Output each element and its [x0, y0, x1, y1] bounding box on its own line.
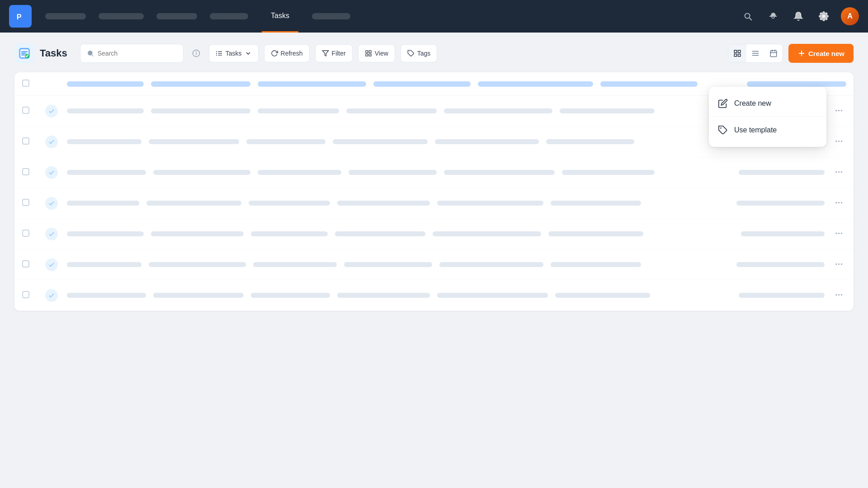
row-checkbox[interactable]: [22, 260, 36, 270]
svg-rect-20: [734, 50, 736, 52]
dropdown-create-new[interactable]: Create new: [709, 92, 826, 115]
create-new-button[interactable]: Create new: [788, 44, 854, 63]
col-header-skeleton: [747, 81, 846, 87]
view-toggle-grid[interactable]: [728, 44, 746, 62]
row-status-icon[interactable]: [43, 166, 60, 179]
checkbox-icon: [22, 79, 30, 87]
user-avatar[interactable]: A: [841, 7, 859, 25]
header-checkbox[interactable]: [22, 79, 36, 89]
nav-tab-tasks[interactable]: Tasks: [262, 0, 298, 33]
row-cell-skeleton: [153, 170, 250, 175]
row-status-icon[interactable]: [43, 289, 60, 302]
checkbox-icon: [22, 198, 30, 206]
row-cell-skeleton: [548, 231, 643, 236]
nav-link-skeleton[interactable]: [99, 13, 144, 19]
filter-button[interactable]: Filter: [315, 44, 353, 62]
calendar-icon: [769, 49, 778, 57]
row-more-button[interactable]: ···: [832, 227, 846, 241]
row-cell-skeleton: [67, 293, 146, 298]
row-more-button[interactable]: ···: [832, 135, 846, 149]
row-checkbox[interactable]: [22, 168, 36, 178]
row-checkbox[interactable]: [22, 229, 36, 239]
row-cell-skeleton: [444, 108, 552, 113]
row-cell-skeleton: [253, 262, 337, 267]
row-checkbox[interactable]: [22, 106, 36, 116]
row-cell-skeleton: [444, 170, 555, 175]
svg-rect-15: [366, 51, 368, 53]
row-checkbox[interactable]: [22, 291, 36, 300]
checkbox-icon: [22, 168, 30, 176]
row-cell-skeleton: [258, 108, 339, 113]
content-area: Tasks Tasks Refresh: [0, 33, 868, 488]
svg-rect-21: [738, 50, 740, 52]
toolbar: Tasks Tasks Refresh: [14, 43, 854, 63]
svg-rect-38: [23, 291, 29, 298]
search-icon-button[interactable]: [740, 8, 756, 24]
search-input[interactable]: [98, 50, 177, 57]
row-more-button[interactable]: ···: [832, 288, 846, 303]
nav-link-skeleton[interactable]: [312, 13, 350, 19]
row-status-icon[interactable]: [43, 258, 60, 271]
row-cell-skeleton: [151, 231, 244, 236]
view-button[interactable]: View: [358, 44, 395, 62]
row-more-button[interactable]: ···: [832, 258, 846, 272]
tags-button[interactable]: Tags: [401, 44, 438, 62]
svg-point-13: [216, 55, 217, 56]
row-cell-skeleton: [349, 170, 437, 175]
bell-icon-button[interactable]: [790, 8, 807, 24]
megaphone-icon-button[interactable]: [765, 8, 781, 24]
row-checkbox[interactable]: [22, 198, 36, 208]
row-more-button[interactable]: ···: [832, 196, 846, 211]
row-cell-skeleton: [67, 231, 144, 236]
row-checkbox[interactable]: [22, 137, 36, 147]
row-cell-skeleton: [337, 293, 430, 298]
svg-rect-18: [369, 54, 371, 56]
nav-link-skeleton[interactable]: [156, 13, 197, 19]
row-more-button[interactable]: ···: [832, 165, 846, 180]
svg-rect-27: [770, 51, 777, 57]
row-status-icon[interactable]: [43, 228, 60, 240]
row-cell-skeleton: [736, 262, 825, 267]
row-cell-skeleton: [739, 293, 825, 298]
refresh-button[interactable]: Refresh: [264, 44, 310, 62]
page-icon: [14, 43, 34, 63]
checkbox-icon: [22, 260, 30, 268]
search-box[interactable]: [80, 44, 184, 63]
table-row: ···: [14, 188, 854, 219]
svg-point-12: [216, 53, 217, 54]
row-cell-skeleton: [437, 293, 548, 298]
row-cell-skeleton: [337, 201, 430, 206]
tasks-filter-button[interactable]: Tasks: [209, 44, 259, 62]
svg-rect-22: [734, 54, 736, 56]
nav-link-skeleton[interactable]: [210, 13, 248, 19]
dropdown-use-template[interactable]: Use template: [709, 119, 826, 141]
view-toggle-calendar[interactable]: [764, 44, 783, 62]
svg-rect-16: [369, 51, 371, 53]
filter-icon: [322, 50, 329, 57]
tasks-icon: [216, 50, 223, 57]
info-icon-button[interactable]: [189, 46, 203, 61]
row-cell-skeleton: [246, 139, 326, 144]
search-icon: [87, 50, 94, 57]
table-row: ···: [14, 280, 854, 311]
row-cell-skeleton: [736, 201, 825, 206]
view-toggle-list[interactable]: [746, 44, 764, 62]
app-logo[interactable]: P: [9, 5, 32, 28]
grid-icon: [733, 49, 741, 57]
svg-text:P: P: [17, 13, 22, 21]
col-header-skeleton: [151, 81, 250, 87]
row-status-icon[interactable]: [43, 136, 60, 148]
row-cell-skeleton: [251, 293, 330, 298]
row-cell-skeleton: [153, 293, 244, 298]
refresh-icon: [271, 50, 278, 57]
row-status-icon[interactable]: [43, 105, 60, 117]
list-icon: [751, 49, 760, 57]
settings-icon-button[interactable]: [816, 8, 832, 24]
row-cell-skeleton: [562, 170, 655, 175]
nav-link-skeleton[interactable]: [45, 13, 86, 19]
table-row: ···: [14, 157, 854, 188]
row-more-button[interactable]: ···: [832, 104, 846, 118]
row-cell-skeleton: [335, 231, 425, 236]
row-cell-skeleton: [67, 108, 144, 113]
row-status-icon[interactable]: [43, 197, 60, 210]
